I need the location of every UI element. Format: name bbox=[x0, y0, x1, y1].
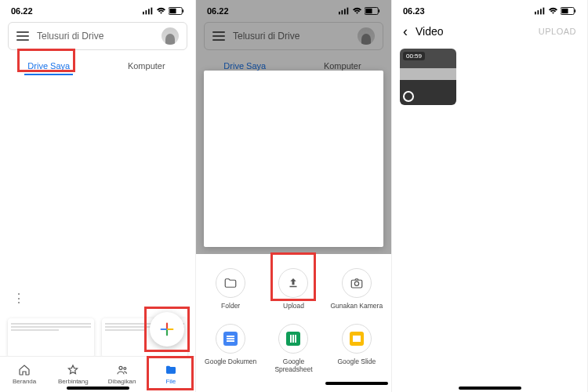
upload-icon bbox=[286, 276, 300, 290]
picker-header: ‹ Video UPLOAD bbox=[392, 17, 587, 45]
action-google-sheets[interactable]: Google Spreadsheet bbox=[262, 318, 325, 381]
svg-rect-20 bbox=[538, 10, 539, 14]
svg-point-18 bbox=[354, 281, 358, 285]
wifi-icon bbox=[548, 7, 558, 15]
drive-create-menu-screen: 06.22 Telusuri di Drive Drive Saya Kompu… bbox=[196, 0, 392, 392]
file-area: ⋮ bbox=[0, 75, 195, 354]
svg-rect-19 bbox=[535, 11, 536, 14]
video-thumbnail[interactable]: 00:59 bbox=[400, 49, 456, 105]
video-duration: 00:59 bbox=[403, 52, 425, 60]
drive-home-screen: 06.22 Telusuri di Drive Drive Saya Kompu… bbox=[0, 0, 196, 392]
avatar[interactable] bbox=[162, 27, 179, 45]
status-bar: 06.22 bbox=[0, 0, 195, 17]
search-bar[interactable]: Telusuri di Drive bbox=[8, 22, 187, 50]
signal-icon bbox=[143, 7, 154, 15]
tabs: Drive Saya Komputer bbox=[0, 55, 195, 75]
battery-icon bbox=[561, 7, 576, 15]
home-icon bbox=[18, 364, 31, 376]
svg-rect-24 bbox=[575, 9, 575, 13]
svg-rect-21 bbox=[540, 9, 542, 14]
fab-new[interactable] bbox=[150, 312, 184, 347]
signal-icon bbox=[535, 7, 546, 15]
svg-rect-22 bbox=[543, 7, 545, 14]
action-upload[interactable]: Upload bbox=[262, 262, 325, 318]
picker-title: Video bbox=[408, 25, 539, 38]
svg-rect-3 bbox=[151, 7, 153, 14]
people-icon bbox=[116, 364, 129, 376]
menu-icon[interactable] bbox=[16, 31, 29, 41]
svg-rect-1 bbox=[146, 10, 147, 14]
more-icon[interactable]: ⋮ bbox=[13, 291, 25, 306]
docs-icon bbox=[223, 332, 238, 346]
camera-icon bbox=[350, 276, 364, 290]
file-thumbnail[interactable] bbox=[8, 318, 94, 358]
svg-rect-6 bbox=[169, 8, 176, 13]
action-google-docs[interactable]: Google Dokumen bbox=[199, 318, 262, 381]
svg-rect-25 bbox=[561, 8, 568, 13]
home-indicator bbox=[67, 387, 129, 390]
tab-my-drive[interactable]: Drive Saya bbox=[0, 55, 98, 75]
nav-home[interactable]: Beranda bbox=[0, 357, 49, 392]
wifi-icon bbox=[156, 7, 166, 15]
star-icon bbox=[67, 364, 79, 376]
status-icons bbox=[535, 7, 576, 15]
svg-rect-5 bbox=[183, 9, 183, 13]
svg-rect-2 bbox=[148, 9, 150, 14]
svg-rect-16 bbox=[290, 286, 297, 288]
svg-rect-0 bbox=[143, 11, 144, 14]
status-bar: 06.23 bbox=[392, 0, 587, 17]
create-menu: Folder Upload Gunakan Kamera Google Doku… bbox=[196, 254, 391, 392]
home-indicator bbox=[325, 382, 388, 385]
battery-icon bbox=[169, 7, 184, 15]
home-indicator bbox=[459, 387, 521, 390]
svg-point-7 bbox=[119, 366, 122, 369]
action-google-slides[interactable]: Google Slide bbox=[325, 318, 388, 381]
folder-icon bbox=[165, 364, 177, 376]
sheets-icon bbox=[286, 332, 300, 346]
status-icons bbox=[143, 7, 184, 15]
action-folder[interactable]: Folder bbox=[199, 262, 262, 318]
video-picker-screen: 06.23 ‹ Video UPLOAD 00:59 bbox=[392, 0, 588, 392]
blank-document-preview bbox=[204, 71, 383, 247]
svg-point-8 bbox=[123, 368, 125, 370]
slides-icon bbox=[350, 332, 364, 346]
nav-file[interactable]: File bbox=[147, 357, 195, 392]
selection-indicator bbox=[403, 91, 414, 102]
action-camera[interactable]: Gunakan Kamera bbox=[325, 262, 388, 318]
upload-button[interactable]: UPLOAD bbox=[539, 27, 576, 36]
plus-icon bbox=[158, 321, 176, 338]
clock: 06.23 bbox=[403, 6, 425, 16]
search-placeholder: Telusuri di Drive bbox=[37, 31, 154, 42]
folder-outline-icon bbox=[223, 276, 238, 290]
tab-computer[interactable]: Komputer bbox=[98, 55, 196, 75]
clock: 06.22 bbox=[11, 6, 33, 16]
